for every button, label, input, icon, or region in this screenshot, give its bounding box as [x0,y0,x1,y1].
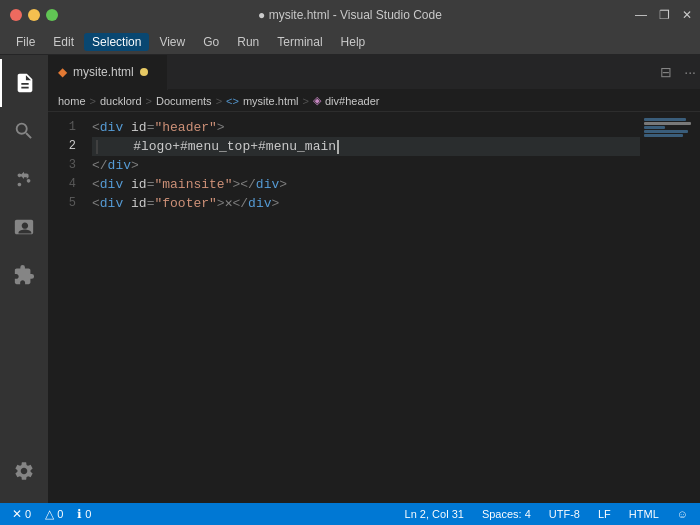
minimap-line-2 [644,122,691,125]
spaces-text: Spaces: 4 [482,508,531,520]
close-button[interactable]: ✕ [682,8,692,22]
status-bar-left: ✕ 0 △ 0 ℹ 0 [8,503,95,525]
menu-view[interactable]: View [151,33,193,51]
breadcrumb-sep-3: > [216,95,222,107]
menu-run[interactable]: Run [229,33,267,51]
language-text: HTML [629,508,659,520]
title-bar: ● mysite.html - Visual Studio Code — ❐ ✕ [0,0,700,30]
run-activity-icon[interactable] [0,203,48,251]
menu-edit[interactable]: Edit [45,33,82,51]
code-line-2[interactable]: #logo+#menu_top+#menu_main [92,137,640,156]
menu-help[interactable]: Help [333,33,374,51]
minimize-button[interactable]: — [635,8,647,22]
info-icon: ℹ [77,507,82,521]
line2-content: #logo+#menu_top+#menu_main [102,137,336,156]
status-spaces[interactable]: Spaces: 4 [478,503,535,525]
editor-tab-mysite-html[interactable]: ◆ mysite.html [48,55,168,90]
status-bar: ✕ 0 △ 0 ℹ 0 Ln 2, Col 31 Spaces: 4 UTF-8… [0,503,700,525]
warning-count: 0 [57,508,63,520]
breadcrumb-sep-4: > [303,95,309,107]
breadcrumb-documents[interactable]: Documents [156,95,212,107]
position-text: Ln 2, Col 31 [405,508,464,520]
breadcrumb-ducklord[interactable]: ducklord [100,95,142,107]
minimap [640,112,700,503]
files-activity-icon[interactable] [0,59,48,107]
close-traffic-dot[interactable] [10,9,22,21]
status-errors[interactable]: ✕ 0 [8,503,35,525]
line-num-1: 1 [48,118,76,137]
code-line-1[interactable]: <div id="header"> [92,118,640,137]
encoding-text: UTF-8 [549,508,580,520]
extensions-activity-icon[interactable] [0,251,48,299]
code-content[interactable]: <div id="header"> #logo+#menu_top+#menu_… [88,112,640,503]
code-line-3[interactable]: </div> [92,156,640,175]
menu-bar: File Edit Selection View Go Run Terminal… [0,30,700,55]
code-editor[interactable]: 1 2 3 4 5 <div id="header"> #logo+#menu_… [48,112,700,503]
line-num-5: 5 [48,194,76,213]
status-position[interactable]: Ln 2, Col 31 [401,503,468,525]
tab-modified-dot [140,68,148,76]
tab-filename: mysite.html [73,65,134,79]
code-line-5[interactable]: <div id="footer">✕</div> [92,194,640,213]
status-language[interactable]: HTML [625,503,663,525]
feedback-icon: ☺ [677,508,688,520]
breadcrumb-file[interactable]: mysite.html [243,95,299,107]
breadcrumb-sep-2: > [146,95,152,107]
main-area: ◆ mysite.html ⊟ ··· home > ducklord > Do… [0,55,700,503]
more-actions-button[interactable]: ··· [680,62,700,82]
maximize-traffic-dot[interactable] [46,9,58,21]
line-num-2: 2 [48,137,76,156]
breadcrumb-symbol[interactable]: div#header [325,95,379,107]
status-warnings[interactable]: △ 0 [41,503,67,525]
breadcrumb-html-icon: <> [226,95,239,107]
status-info[interactable]: ℹ 0 [73,503,95,525]
minimize-traffic-dot[interactable] [28,9,40,21]
settings-activity-icon[interactable] [0,447,48,495]
source-control-activity-icon[interactable] [0,155,48,203]
tab-actions: ⊟ ··· [656,62,700,82]
breadcrumb-home[interactable]: home [58,95,86,107]
editor-area: ◆ mysite.html ⊟ ··· home > ducklord > Do… [48,55,700,503]
breadcrumb-sep-1: > [90,95,96,107]
search-activity-icon[interactable] [0,107,48,155]
status-bar-right: Ln 2, Col 31 Spaces: 4 UTF-8 LF HTML ☺ [401,503,692,525]
minimap-line-3 [644,126,665,129]
menu-selection[interactable]: Selection [84,33,149,51]
indent-bar [96,140,98,154]
line-ending-text: LF [598,508,611,520]
breadcrumb: home > ducklord > Documents > <> mysite.… [48,90,700,112]
code-line-4[interactable]: <div id="mainsite"></div> [92,175,640,194]
tag-name-1: div [100,118,123,137]
tab-bar: ◆ mysite.html ⊟ ··· [48,55,700,90]
error-icon: ✕ [12,507,22,521]
window-title: ● mysite.html - Visual Studio Code [258,8,442,22]
text-cursor [337,140,339,154]
minimap-line-5 [644,134,683,137]
split-editor-button[interactable]: ⊟ [656,62,676,82]
info-count: 0 [85,508,91,520]
window-controls: — ❐ ✕ [635,8,692,22]
tag-open-1: < [92,118,100,137]
warning-icon: △ [45,507,54,521]
breadcrumb-symbol-icon: ◈ [313,94,321,107]
menu-file[interactable]: File [8,33,43,51]
menu-go[interactable]: Go [195,33,227,51]
minimap-line-4 [644,130,688,133]
activity-bar [0,55,48,503]
line-numbers: 1 2 3 4 5 [48,112,88,503]
status-feedback[interactable]: ☺ [673,503,692,525]
error-count: 0 [25,508,31,520]
status-line-ending[interactable]: LF [594,503,615,525]
line-num-3: 3 [48,156,76,175]
line-num-4: 4 [48,175,76,194]
traffic-lights [10,9,58,21]
minimap-content [640,112,700,144]
tag-attr-1: id [123,118,146,137]
status-encoding[interactable]: UTF-8 [545,503,584,525]
menu-terminal[interactable]: Terminal [269,33,330,51]
tab-file-icon: ◆ [58,65,67,79]
activity-bar-bottom [0,447,48,503]
minimap-line-1 [644,118,686,121]
restore-button[interactable]: ❐ [659,8,670,22]
